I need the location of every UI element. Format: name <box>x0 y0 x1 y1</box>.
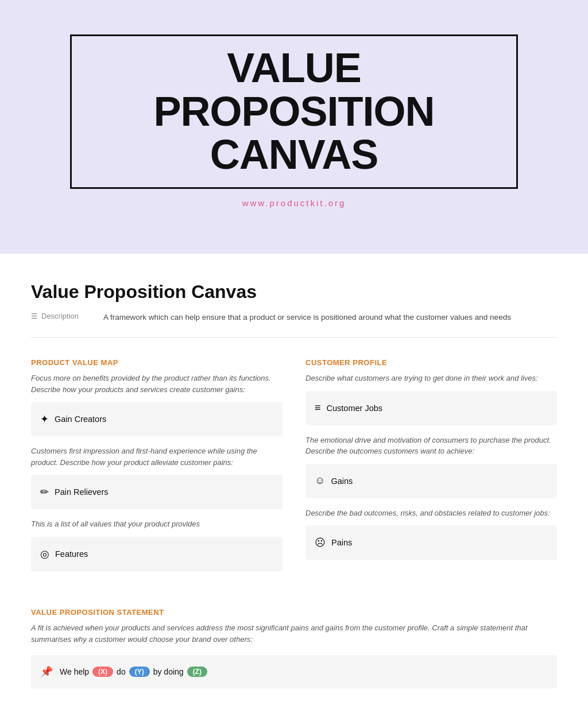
features-block[interactable]: ◎ Features <box>31 537 283 571</box>
gain-creators-block[interactable]: ✦ Gain Creators <box>31 402 283 436</box>
description-text: A framework which can help ensure that a… <box>103 312 511 323</box>
pains-intro: Describe the bad outcomes, risks, and ob… <box>305 508 557 519</box>
pains-label: Pains <box>331 538 352 547</box>
cp-intro: Describe what customers are trying to ge… <box>305 373 557 384</box>
pvm-title: PRODUCT VALUE MAP <box>31 358 283 367</box>
vps-badge-x: (X) <box>92 667 113 677</box>
vps-do: do <box>117 667 126 676</box>
gains-icon: ☺ <box>315 475 325 487</box>
cp-title: CUSTOMER PROFILE <box>305 358 557 367</box>
gain-creators-label: Gain Creators <box>55 415 106 424</box>
pain-relievers-block[interactable]: ✏ Pain Relievers <box>31 475 283 509</box>
vps-pin-icon: 📌 <box>40 665 53 678</box>
description-label: ☰ Description <box>31 312 94 320</box>
pains-block[interactable]: ☹ Pains <box>305 525 557 560</box>
description-row: ☰ Description A framework which can help… <box>31 312 557 338</box>
customer-profile: CUSTOMER PROFILE Describe what customers… <box>305 358 557 580</box>
vps-by-doing: by doing <box>153 667 184 676</box>
gain-creators-icon: ✦ <box>40 413 49 425</box>
product-value-map: PRODUCT VALUE MAP Focus more on benefits… <box>31 358 283 580</box>
vps-section: VALUE PROPOSITION STATEMENT A fit is ach… <box>31 608 557 689</box>
features-intro: This is a list of all values that your p… <box>31 518 283 530</box>
hero-section: VALUE PROPOSITION CANVAS www.productkit.… <box>0 0 588 254</box>
vps-we-help: We help <box>60 667 89 676</box>
vps-badge-z: (Z) <box>187 667 207 677</box>
hero-title: VALUE PROPOSITION CANVAS <box>95 47 493 177</box>
vps-block[interactable]: 📌 We help (X) do (Y) by doing (Z) <box>31 655 557 688</box>
gains-intro: The emotional drive and motivation of co… <box>305 435 557 457</box>
vps-badge-y: (Y) <box>129 667 150 677</box>
gains-block[interactable]: ☺ Gains <box>305 464 557 498</box>
hero-title-box: VALUE PROPOSITION CANVAS <box>70 34 518 189</box>
hero-url: www.productkit.org <box>242 198 346 208</box>
page-title: Value Proposition Canvas <box>31 281 557 303</box>
description-icon: ☰ <box>31 312 38 320</box>
features-icon: ◎ <box>40 548 49 560</box>
gains-label: Gains <box>331 477 353 486</box>
pain-relievers-icon: ✏ <box>40 486 49 498</box>
pain-relievers-label: Pain Relievers <box>55 487 109 497</box>
main-content: Value Proposition Canvas ☰ Description A… <box>13 254 575 701</box>
pvm-intro: Focus more on benefits provided by the p… <box>31 373 283 395</box>
customer-jobs-icon: ≡ <box>315 402 321 414</box>
pain-relievers-intro: Customers first impression and first-han… <box>31 446 283 468</box>
features-label: Features <box>55 549 88 559</box>
pains-icon: ☹ <box>315 536 326 549</box>
vps-title: VALUE PROPOSITION STATEMENT <box>31 608 557 617</box>
vps-text: We help (X) do (Y) by doing (Z) <box>60 667 207 677</box>
customer-jobs-label: Customer Jobs <box>327 404 383 413</box>
vps-description: A fit is achieved when your products and… <box>31 622 557 646</box>
canvas-grid: PRODUCT VALUE MAP Focus more on benefits… <box>31 358 557 580</box>
customer-jobs-block[interactable]: ≡ Customer Jobs <box>305 391 557 425</box>
